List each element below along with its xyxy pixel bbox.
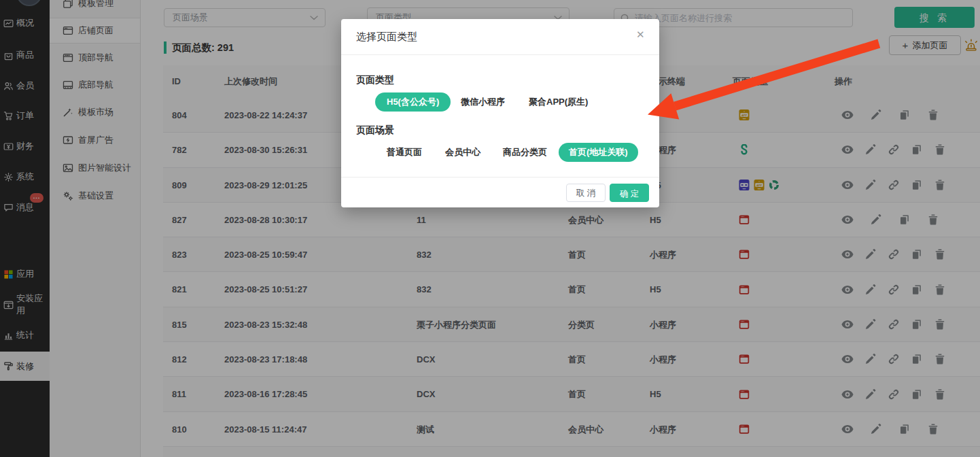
confirm-button[interactable]: 确 定 bbox=[610, 184, 649, 202]
divider bbox=[341, 54, 659, 55]
option-wechat-miniprogram[interactable]: 微信小程序 bbox=[461, 92, 505, 112]
option-member-center[interactable]: 会员中心 bbox=[445, 143, 480, 162]
option-goods-category[interactable]: 商品分类页 bbox=[503, 143, 547, 162]
page-scene-label: 页面场景 bbox=[356, 124, 394, 137]
divider bbox=[341, 177, 659, 177]
option-native-app[interactable]: 聚合APP(原生) bbox=[529, 92, 588, 112]
select-page-type-dialog: 选择页面类型 ✕ 页面类型 H5(含公众号) 微信小程序 聚合APP(原生) 页… bbox=[341, 19, 659, 207]
dialog-title: 选择页面类型 bbox=[356, 31, 417, 44]
app-window: 概况 商品 会员 订单 财务 系统 消息 ... 应用 安装应用 统计 装修 模… bbox=[0, 0, 980, 457]
close-icon[interactable]: ✕ bbox=[636, 29, 645, 41]
option-normal-page[interactable]: 普通页面 bbox=[387, 143, 422, 162]
page-type-label: 页面类型 bbox=[356, 74, 394, 86]
option-h5[interactable]: H5(含公众号) bbox=[375, 92, 451, 112]
cancel-button[interactable]: 取 消 bbox=[566, 184, 606, 202]
option-home-page[interactable]: 首页(地址关联) bbox=[559, 143, 638, 162]
